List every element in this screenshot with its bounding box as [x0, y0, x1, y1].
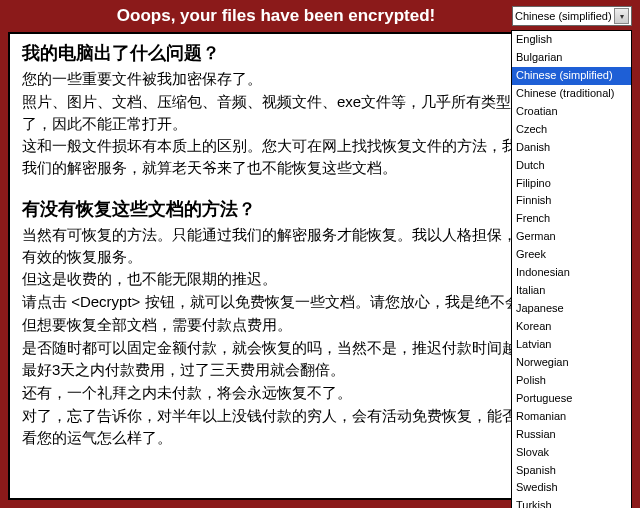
language-option[interactable]: Polish: [512, 372, 631, 390]
chevron-down-icon: ▾: [614, 8, 629, 24]
language-option[interactable]: Bulgarian: [512, 49, 631, 67]
language-option[interactable]: Latvian: [512, 336, 631, 354]
language-option[interactable]: French: [512, 210, 631, 228]
window-title: Ooops, your files have been encrypted!: [0, 6, 512, 26]
language-select-value: Chinese (simplified): [515, 10, 612, 22]
language-option[interactable]: Romanian: [512, 408, 631, 426]
language-option[interactable]: English: [512, 31, 631, 49]
language-option[interactable]: Dutch: [512, 157, 631, 175]
language-option[interactable]: Slovak: [512, 444, 631, 462]
language-option[interactable]: Finnish: [512, 192, 631, 210]
language-option[interactable]: Korean: [512, 318, 631, 336]
language-option[interactable]: Russian: [512, 426, 631, 444]
language-option[interactable]: Greek: [512, 246, 631, 264]
language-option[interactable]: Japanese: [512, 300, 631, 318]
language-option[interactable]: Turkish: [512, 497, 631, 508]
language-option[interactable]: Norwegian: [512, 354, 631, 372]
language-select[interactable]: Chinese (simplified) ▾: [512, 6, 632, 26]
language-dropdown[interactable]: EnglishBulgarianChinese (simplified)Chin…: [511, 30, 632, 508]
language-option[interactable]: German: [512, 228, 631, 246]
language-option[interactable]: Portuguese: [512, 390, 631, 408]
language-option[interactable]: Indonesian: [512, 264, 631, 282]
language-option[interactable]: Czech: [512, 121, 631, 139]
language-option[interactable]: Swedish: [512, 479, 631, 497]
language-option[interactable]: Italian: [512, 282, 631, 300]
language-option[interactable]: Spanish: [512, 462, 631, 480]
language-option[interactable]: Danish: [512, 139, 631, 157]
language-option[interactable]: Chinese (simplified): [512, 67, 631, 85]
window-header: Ooops, your files have been encrypted! C…: [0, 0, 640, 32]
language-option[interactable]: Filipino: [512, 175, 631, 193]
content-wrapper: 我的电脑出了什么问题？ 您的一些重要文件被我加密保存了。 照片、图片、文档、压缩…: [8, 32, 632, 500]
language-option[interactable]: Croatian: [512, 103, 631, 121]
language-option[interactable]: Chinese (traditional): [512, 85, 631, 103]
